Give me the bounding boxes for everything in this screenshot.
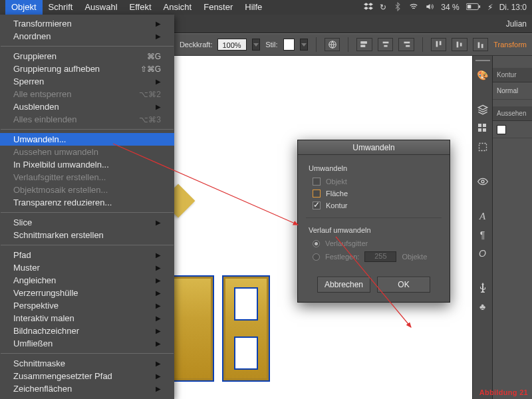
- menu-item[interactable]: Umwandeln...: [0, 133, 174, 146]
- menu-item[interactable]: Interaktiv malen▶: [0, 312, 174, 325]
- club-icon[interactable]: ♣: [477, 301, 489, 313]
- menu-item[interactable]: Angleichen▶: [0, 274, 174, 287]
- menu-item[interactable]: Bildnachzeichner▶: [0, 325, 174, 337]
- svg-rect-18: [483, 124, 486, 127]
- menu-item[interactable]: Umfließen▶: [0, 337, 174, 350]
- menu-item: Aussehen umwandeln: [0, 146, 174, 158]
- menubar-item-ansicht[interactable]: Ansicht: [158, 0, 198, 15]
- checkbox-icon[interactable]: [313, 190, 321, 198]
- color-icon[interactable]: 🎨: [477, 69, 489, 81]
- wifi-icon: [409, 2, 418, 13]
- dialog-title: Umwandeln: [298, 140, 450, 155]
- menu-item[interactable]: In Pixelbild umwandeln...: [0, 158, 174, 171]
- sync-icon: ↻: [380, 3, 386, 12]
- submenu-arrow-icon: ▶: [156, 360, 161, 367]
- align-icon-1[interactable]: [356, 38, 372, 51]
- aussehen-tab[interactable]: Aussehen: [493, 106, 532, 121]
- align-icon-5[interactable]: [452, 38, 467, 51]
- opentype-icon[interactable]: O: [477, 247, 489, 259]
- submenu-arrow-icon: ▶: [156, 33, 161, 40]
- menu-item[interactable]: Zeichenflächen▶: [0, 382, 174, 395]
- status-tray: ↻ 34 % ⚡︎ Di. 13:0: [364, 2, 527, 13]
- svg-rect-1: [479, 5, 480, 8]
- menu-item[interactable]: Perspektive▶: [0, 299, 174, 312]
- menu-item: Objektmosaik erstellen...: [0, 184, 174, 196]
- menu-item: Alles einblenden⌥⌘3: [0, 113, 174, 126]
- menubar-item-auswahl[interactable]: Auswahl: [78, 0, 123, 15]
- svg-point-22: [481, 180, 484, 183]
- align-icon-4[interactable]: [431, 38, 446, 51]
- submenu-arrow-icon: ▶: [156, 78, 161, 85]
- paragraph-icon[interactable]: ¶: [477, 229, 489, 241]
- layers-icon[interactable]: [477, 104, 489, 116]
- menubar-item-objekt[interactable]: Objekt: [5, 0, 43, 15]
- align-icon-6[interactable]: [473, 38, 488, 51]
- align-icon-3[interactable]: [398, 38, 414, 51]
- menubar-item-schrift[interactable]: Schrift: [43, 0, 79, 15]
- menu-item[interactable]: Zusammengesetzter Pfad▶: [0, 370, 174, 382]
- svg-rect-17: [478, 124, 481, 127]
- menu-item[interactable]: Gruppierung aufheben⇧⌘G: [0, 63, 174, 75]
- menu-item[interactable]: Slice▶: [0, 216, 174, 229]
- checkbox-icon: [313, 178, 321, 186]
- charging-icon: ⚡︎: [487, 3, 493, 12]
- expand-dialog: Umwandeln Umwandeln Objekt Fläche Kontur…: [297, 140, 450, 303]
- ok-button[interactable]: OK: [377, 277, 430, 293]
- opt-fill[interactable]: Fläche: [313, 190, 439, 198]
- battery-percent: 34 %: [441, 3, 459, 12]
- submenu-arrow-icon: ▶: [156, 340, 161, 347]
- menu-item[interactable]: Anordnen▶: [0, 30, 174, 43]
- menu-item[interactable]: Schnittmarken erstellen: [0, 229, 174, 241]
- swatches-icon[interactable]: [477, 122, 489, 134]
- type-icon[interactable]: A: [477, 210, 489, 222]
- opt-specify: Festlegen: 255 Objekte: [313, 251, 439, 262]
- globe-icon[interactable]: [325, 38, 340, 51]
- svg-rect-20: [483, 128, 486, 132]
- cancel-button[interactable]: Abbrechen: [317, 277, 370, 293]
- artboard-icon[interactable]: [477, 141, 489, 153]
- menubar-item-fenster[interactable]: Fenster: [198, 0, 239, 15]
- menubar-item-hilfe[interactable]: Hilfe: [239, 0, 268, 15]
- opt-stroke[interactable]: Kontur: [313, 201, 439, 209]
- eye-icon[interactable]: [477, 176, 489, 188]
- menubar-item-effekt[interactable]: Effekt: [124, 0, 158, 15]
- submenu-arrow-icon: ▶: [156, 264, 161, 271]
- menu-item[interactable]: Muster▶: [0, 261, 174, 274]
- menu-item[interactable]: Sperren▶: [0, 75, 174, 88]
- menu-item[interactable]: Verzerrungshülle▶: [0, 287, 174, 299]
- opacity-field[interactable]: 100%: [217, 39, 247, 51]
- submenu-arrow-icon: ▶: [156, 302, 161, 309]
- menu-item[interactable]: Transformieren▶: [0, 17, 174, 30]
- svg-rect-15: [481, 44, 483, 48]
- style-swatch[interactable]: [283, 39, 295, 51]
- align-icon-2[interactable]: [378, 38, 393, 51]
- checkbox-icon[interactable]: [313, 201, 321, 209]
- menu-item[interactable]: Schnittmaske▶: [0, 357, 174, 370]
- kontur-tab[interactable]: Kontur: [493, 68, 532, 82]
- menu-item[interactable]: Ausblenden▶: [0, 100, 174, 113]
- fill-swatch-icon[interactable]: [497, 125, 506, 134]
- usb-icon[interactable]: [477, 282, 489, 294]
- transform-link[interactable]: Transform: [493, 41, 527, 49]
- menu-item[interactable]: Gruppieren⌘G: [0, 50, 174, 63]
- opacity-dropdown[interactable]: [252, 39, 260, 51]
- submenu-arrow-icon: ▶: [156, 372, 161, 380]
- radio-icon: [313, 253, 320, 261]
- object-menu[interactable]: Transformieren▶Anordnen▶Gruppieren⌘GGrup…: [0, 15, 174, 399]
- specify-field: 255: [364, 251, 396, 262]
- panel-stack: Kontur Normal Aussehen: [492, 56, 532, 399]
- appearance-row[interactable]: [493, 121, 532, 138]
- submenu-arrow-icon: ▶: [156, 20, 161, 27]
- menu-item[interactable]: Transparenz reduzieren...: [0, 196, 174, 209]
- style-dropdown[interactable]: [300, 39, 308, 51]
- menu-item: Alle entsperren⌥⌘2: [0, 88, 174, 100]
- mac-menubar: ObjektSchriftAuswahlEffektAnsichtFenster…: [0, 0, 532, 15]
- svg-rect-19: [478, 128, 481, 132]
- dock-strip: 🎨 A ¶ O ♣: [472, 56, 492, 399]
- blend-mode-row[interactable]: Normal: [493, 82, 532, 100]
- submenu-arrow-icon: ▶: [156, 385, 161, 392]
- svg-rect-7: [384, 45, 387, 47]
- menu-item[interactable]: Pfad▶: [0, 249, 174, 261]
- svg-rect-21: [479, 144, 486, 151]
- svg-rect-10: [436, 41, 438, 47]
